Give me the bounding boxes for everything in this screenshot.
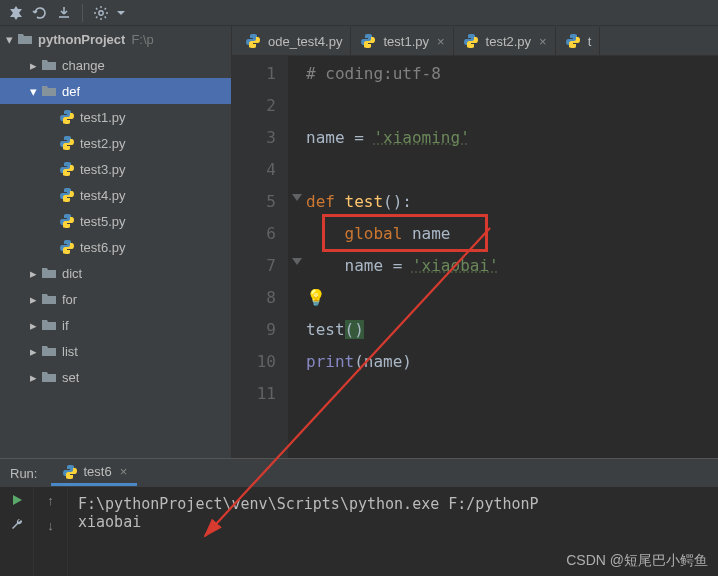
folder-icon bbox=[40, 318, 58, 332]
reload-icon[interactable] bbox=[28, 2, 52, 24]
folder-icon bbox=[40, 266, 58, 280]
tree-item-label: test3.py bbox=[80, 162, 126, 177]
python-icon bbox=[58, 213, 76, 229]
download-icon[interactable] bbox=[52, 2, 76, 24]
chevron-right-icon[interactable]: ▸ bbox=[26, 292, 40, 307]
fold-icon[interactable] bbox=[292, 194, 302, 204]
chevron-right-icon[interactable]: ▸ bbox=[26, 58, 40, 73]
tree-item-label: for bbox=[62, 292, 77, 307]
run-output-line: xiaobai bbox=[78, 513, 708, 531]
editor-tabs: ode_test4.pytest1.py×test2.py×t bbox=[232, 26, 718, 56]
tree-file[interactable]: test3.py bbox=[0, 156, 231, 182]
close-icon[interactable]: × bbox=[120, 464, 128, 479]
folder-icon bbox=[40, 344, 58, 358]
run-tab-label: test6 bbox=[83, 464, 111, 479]
code-comment: # coding:utf-8 bbox=[306, 64, 441, 83]
line-number: 10 bbox=[232, 346, 276, 378]
gutter: 1234567891011 bbox=[232, 56, 288, 458]
tree-item-label: change bbox=[62, 58, 105, 73]
build-icon[interactable] bbox=[4, 2, 28, 24]
python-icon bbox=[58, 187, 76, 203]
tree-root-hint: F:\p bbox=[131, 32, 153, 47]
tree-folder[interactable]: ▸change bbox=[0, 52, 231, 78]
line-number: 5 bbox=[232, 186, 276, 218]
close-icon[interactable]: × bbox=[539, 34, 547, 49]
tab-label: test1.py bbox=[383, 34, 429, 49]
run-title: Run: bbox=[10, 466, 37, 481]
toolbar bbox=[0, 0, 718, 26]
tree-item-label: if bbox=[62, 318, 69, 333]
python-icon bbox=[359, 33, 377, 49]
folder-icon bbox=[16, 32, 34, 46]
run-panel: Run: test6 × ↑ ↓ F:\pythonProject\venv\S… bbox=[0, 458, 718, 576]
line-number: 11 bbox=[232, 378, 276, 410]
tree-file[interactable]: test4.py bbox=[0, 182, 231, 208]
chevron-right-icon[interactable]: ▸ bbox=[26, 266, 40, 281]
folder-icon bbox=[40, 370, 58, 384]
editor-tab[interactable]: t bbox=[556, 27, 601, 55]
tree-folder[interactable]: ▸set bbox=[0, 364, 231, 390]
python-icon bbox=[61, 464, 79, 480]
python-icon bbox=[58, 135, 76, 151]
svg-point-0 bbox=[99, 10, 103, 14]
line-number: 1 bbox=[232, 58, 276, 90]
chevron-down-icon[interactable]: ▾ bbox=[2, 32, 16, 47]
arrow-down-icon[interactable]: ↓ bbox=[47, 518, 54, 533]
chevron-right-icon[interactable]: ▸ bbox=[26, 344, 40, 359]
python-icon bbox=[58, 109, 76, 125]
line-number: 4 bbox=[232, 154, 276, 186]
run-tab[interactable]: test6 × bbox=[51, 460, 137, 486]
chevron-down-icon[interactable]: ▾ bbox=[26, 84, 40, 99]
tab-label: test2.py bbox=[486, 34, 532, 49]
tree-root-label: pythonProject bbox=[38, 32, 125, 47]
chevron-right-icon[interactable]: ▸ bbox=[26, 370, 40, 385]
line-number: 2 bbox=[232, 90, 276, 122]
tree-item-label: def bbox=[62, 84, 80, 99]
tree-item-label: dict bbox=[62, 266, 82, 281]
code-editor[interactable]: # coding:utf-8 name = 'xiaoming' def tes… bbox=[288, 56, 718, 458]
line-number: 7 bbox=[232, 250, 276, 282]
project-tree[interactable]: ▾ pythonProject F:\p ▸change▾deftest1.py… bbox=[0, 26, 232, 458]
folder-icon bbox=[40, 292, 58, 306]
close-icon[interactable]: × bbox=[437, 34, 445, 49]
wrench-icon[interactable] bbox=[10, 517, 24, 531]
tree-item-label: test1.py bbox=[80, 110, 126, 125]
folder-icon bbox=[40, 58, 58, 72]
tree-item-label: set bbox=[62, 370, 79, 385]
intention-bulb-icon[interactable]: 💡 bbox=[306, 282, 326, 314]
python-icon bbox=[462, 33, 480, 49]
chevron-right-icon[interactable]: ▸ bbox=[26, 318, 40, 333]
line-number: 9 bbox=[232, 314, 276, 346]
tree-item-label: test2.py bbox=[80, 136, 126, 151]
tree-file[interactable]: test2.py bbox=[0, 130, 231, 156]
tree-file[interactable]: test1.py bbox=[0, 104, 231, 130]
editor-tab[interactable]: test1.py× bbox=[351, 27, 453, 55]
tree-folder[interactable]: ▾def bbox=[0, 78, 231, 104]
tree-folder[interactable]: ▸list bbox=[0, 338, 231, 364]
separator bbox=[82, 4, 83, 22]
run-button[interactable] bbox=[10, 493, 24, 507]
arrow-up-icon[interactable]: ↑ bbox=[47, 493, 54, 508]
tree-item-label: test4.py bbox=[80, 188, 126, 203]
editor-tab[interactable]: ode_test4.py bbox=[236, 27, 351, 55]
tab-label: ode_test4.py bbox=[268, 34, 342, 49]
run-output[interactable]: F:\pythonProject\venv\Scripts\python.exe… bbox=[68, 487, 718, 576]
tree-folder[interactable]: ▸for bbox=[0, 286, 231, 312]
tree-folder[interactable]: ▸if bbox=[0, 312, 231, 338]
fold-icon[interactable] bbox=[292, 258, 302, 268]
tree-root[interactable]: ▾ pythonProject F:\p bbox=[0, 26, 231, 52]
tree-file[interactable]: test6.py bbox=[0, 234, 231, 260]
tree-file[interactable]: test5.py bbox=[0, 208, 231, 234]
line-number: 3 bbox=[232, 122, 276, 154]
python-icon bbox=[564, 33, 582, 49]
tree-item-label: list bbox=[62, 344, 78, 359]
python-icon bbox=[58, 161, 76, 177]
folder-icon bbox=[40, 84, 58, 98]
run-cmd-line: F:\pythonProject\venv\Scripts\python.exe… bbox=[78, 495, 708, 513]
tree-folder[interactable]: ▸dict bbox=[0, 260, 231, 286]
tab-label: t bbox=[588, 34, 592, 49]
chevron-down-icon[interactable] bbox=[109, 2, 133, 24]
editor-tab[interactable]: test2.py× bbox=[454, 27, 556, 55]
line-number: 8 bbox=[232, 282, 276, 314]
tree-item-label: test5.py bbox=[80, 214, 126, 229]
